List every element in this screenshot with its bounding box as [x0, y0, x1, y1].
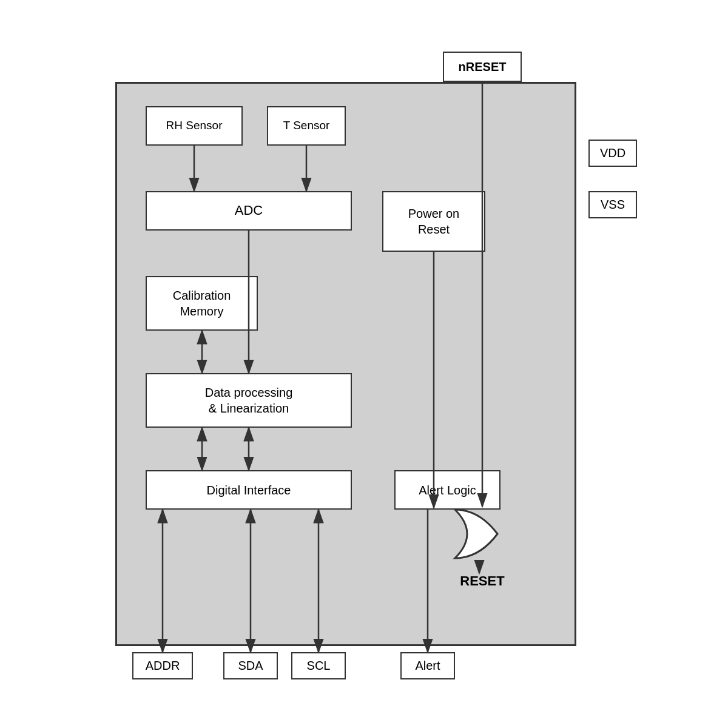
- pin-scl: SCL: [291, 652, 346, 679]
- block-t-sensor: T Sensor: [267, 106, 346, 146]
- or-gate: [449, 507, 510, 561]
- pin-vss: VSS: [588, 191, 637, 218]
- pin-addr: ADDR: [132, 652, 193, 679]
- block-adc: ADC: [146, 191, 352, 231]
- diagram-container: RH Sensor T Sensor ADC Calibration Memor…: [91, 46, 637, 682]
- block-data-processing: Data processing & Linearization: [146, 373, 352, 428]
- label-reset: RESET: [443, 573, 522, 589]
- block-alert-logic: Alert Logic: [394, 470, 500, 510]
- pin-alert: Alert: [400, 652, 455, 679]
- pin-vdd: VDD: [588, 140, 637, 167]
- chip-body: [115, 82, 576, 646]
- pin-sda: SDA: [223, 652, 278, 679]
- block-rh-sensor: RH Sensor: [146, 106, 243, 146]
- block-calibration-memory: Calibration Memory: [146, 276, 258, 331]
- pin-nreset: nRESET: [443, 52, 522, 82]
- block-power-on-reset: Power on Reset: [382, 191, 485, 252]
- block-digital-interface: Digital Interface: [146, 470, 352, 510]
